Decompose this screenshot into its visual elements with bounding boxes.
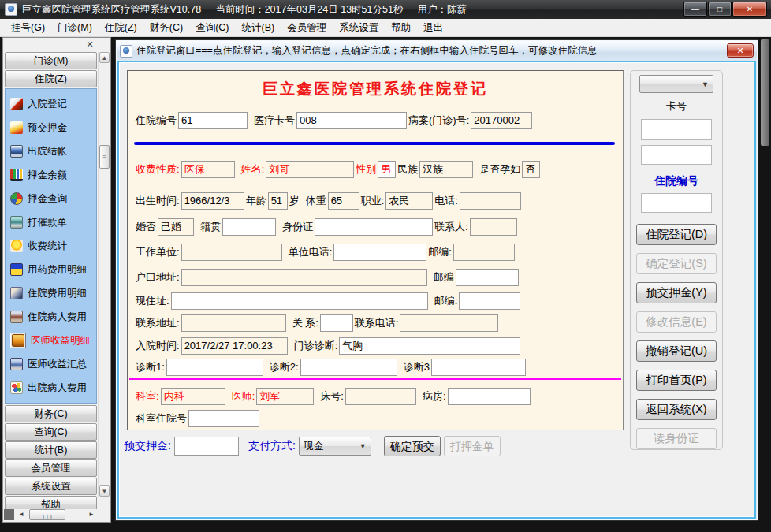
sidebar-tab-membership[interactable]: 会员管理 [5, 459, 97, 477]
scroll-right-icon[interactable]: ► [86, 509, 97, 520]
occupation-label: 职业: [361, 194, 385, 208]
diag1-field[interactable] [166, 359, 263, 376]
sidebar-item-prepay-deposit[interactable]: 预交押金 [6, 116, 96, 140]
ethnicity-field[interactable] [419, 161, 473, 178]
admission-no-field[interactable] [178, 112, 248, 129]
menu-settings[interactable]: 系统设置 [333, 20, 385, 36]
admit-time-field[interactable] [181, 337, 288, 355]
menu-outpatient[interactable]: 门诊(M) [51, 20, 99, 36]
menu-membership[interactable]: 会员管理 [281, 20, 333, 36]
sidebar-item-medicine-cost-detail[interactable]: 用药费用明细 [6, 258, 96, 281]
native-place-field[interactable] [222, 218, 276, 236]
scroll-up-icon[interactable]: ▲ [99, 52, 110, 63]
phone-field[interactable] [460, 192, 521, 210]
menu-statistics[interactable]: 统计(B) [236, 20, 281, 36]
birth-date-field[interactable] [181, 192, 244, 210]
contact-phone-field[interactable] [400, 314, 498, 332]
sidebar-tab-outpatient[interactable]: 门诊(M) [5, 52, 97, 69]
postcode2-field[interactable] [456, 269, 519, 286]
sidebar-item-discharge-settlement[interactable]: 出院结帐 [6, 140, 96, 163]
menu-inpatient[interactable]: 住院(Z) [99, 20, 143, 36]
print-front-page-button[interactable]: 打印首页(P) [636, 370, 717, 391]
prepay-deposit-button[interactable]: 预交押金(Y) [636, 282, 717, 303]
sidebar-tab-statistics[interactable]: 统计(B) [5, 441, 97, 459]
sidebar-item-admission-register[interactable]: 入院登记 [6, 92, 96, 116]
sidebar-item-doctor-income-summary[interactable]: 医师收益汇总 [6, 352, 96, 376]
sidebar-vertical-scrollbar[interactable]: ▲ ≡ ▼ [98, 52, 110, 497]
bed-no-field[interactable] [345, 388, 416, 405]
pregnant-field[interactable] [522, 161, 540, 178]
card-no-field[interactable] [641, 119, 712, 139]
sidebar-item-inpatient-cost-detail[interactable]: 住院费用明细 [6, 281, 96, 305]
sidebar-tab-finance[interactable]: 财务(C) [5, 405, 97, 422]
deposit-amount-field[interactable] [174, 437, 239, 456]
menu-query[interactable]: 查询(C) [189, 20, 235, 36]
marital-field[interactable] [158, 218, 194, 236]
sidebar-item-doctor-income-detail[interactable]: 医师收益明细 [6, 329, 96, 352]
dept-admission-no-field[interactable] [188, 410, 259, 427]
sidebar-horizontal-scrollbar[interactable]: ◄ ╷╷╷ ► [4, 509, 99, 521]
occupation-field[interactable] [386, 192, 433, 210]
fee-type-field[interactable] [181, 161, 235, 178]
diag2-field[interactable] [300, 359, 397, 376]
doctor-field[interactable] [256, 388, 314, 405]
register-admission-button[interactable]: 住院登记(D) [636, 224, 717, 245]
postcode1-field[interactable] [453, 244, 515, 261]
sidebar-item-discharged-patient-fee[interactable]: 出院病人费用 [6, 376, 96, 400]
card-type-select[interactable]: ▼ [639, 75, 713, 93]
current-addr-field[interactable] [171, 292, 428, 310]
child-close-button[interactable]: ✕ [727, 43, 754, 58]
return-system-button[interactable]: 返回系统(X) [636, 399, 717, 420]
sidebar-item-deposit-balance[interactable]: 押金余额 [6, 163, 96, 187]
case-no-field[interactable] [471, 112, 532, 129]
postcode3-field[interactable] [459, 292, 520, 310]
sidebar-close-icon[interactable]: ✕ [84, 39, 96, 50]
read-id-card-button[interactable]: 读身份证 [636, 428, 717, 449]
name-field[interactable] [266, 161, 354, 178]
window-frame-scrollbar[interactable] [759, 37, 771, 532]
work-unit-field[interactable] [181, 244, 282, 261]
menu-finance[interactable]: 财务(C) [143, 20, 189, 36]
menu-help[interactable]: 帮助 [385, 20, 417, 36]
print-deposit-button[interactable]: 打押金单 [444, 436, 501, 456]
sidebar-item-inpatient-patient-fee[interactable]: 住院病人费用 [6, 305, 96, 329]
registered-addr-field[interactable] [181, 269, 427, 286]
menu-exit[interactable]: 退出 [417, 20, 449, 36]
card-no-field2[interactable] [641, 145, 712, 165]
age-field[interactable] [268, 192, 288, 210]
pay-method-select[interactable]: 现金 ▼ [299, 437, 371, 456]
id-card-field[interactable] [315, 218, 433, 236]
admission-no-side-field[interactable] [641, 193, 712, 213]
sidebar-tab-query[interactable]: 查询(C) [5, 423, 97, 441]
cancel-register-button[interactable]: 撤销登记(U) [636, 340, 717, 362]
sidebar-item-deposit-query[interactable]: 押金查询 [6, 187, 96, 210]
sidebar-item-print-reminder[interactable]: 打催款单 [6, 210, 96, 234]
outpatient-diag-field[interactable] [339, 337, 520, 355]
minimize-button[interactable]: — [683, 2, 707, 17]
diag3-field[interactable] [431, 359, 526, 376]
menu-register[interactable]: 挂号(G) [5, 20, 51, 36]
medical-card-field[interactable] [296, 112, 407, 129]
weight-field[interactable] [328, 192, 359, 210]
vertical-scroll-thumb[interactable]: ≡ [99, 145, 110, 169]
horizontal-scroll-thumb[interactable]: ╷╷╷ [29, 509, 65, 520]
confirm-register-button[interactable]: 确定登记(S) [636, 253, 717, 274]
relation-field[interactable] [320, 314, 353, 332]
modify-info-button[interactable]: 修改信息(E) [636, 311, 717, 333]
department-field[interactable] [161, 388, 225, 405]
sidebar-item-fee-statistics[interactable]: 收费统计 [6, 234, 96, 258]
close-button[interactable]: ✕ [732, 2, 767, 17]
frame-scroll-thumb[interactable] [761, 39, 769, 146]
gender-field[interactable] [378, 161, 396, 178]
scroll-left-icon[interactable]: ◄ [16, 509, 27, 520]
confirm-deposit-button[interactable]: 确定预交 [384, 436, 441, 456]
ward-field[interactable] [448, 388, 531, 405]
contact-person-field[interactable] [470, 218, 517, 236]
sidebar-tab-settings[interactable]: 系统设置 [5, 478, 97, 495]
scroll-down-icon[interactable]: ▼ [99, 485, 110, 497]
sidebar-tab-inpatient[interactable]: 住院(Z) [5, 70, 97, 87]
sidebar-item-label: 打催款单 [28, 216, 67, 229]
work-phone-field[interactable] [333, 244, 426, 261]
contact-addr-field[interactable] [181, 314, 286, 332]
maximize-button[interactable]: □ [708, 2, 732, 17]
